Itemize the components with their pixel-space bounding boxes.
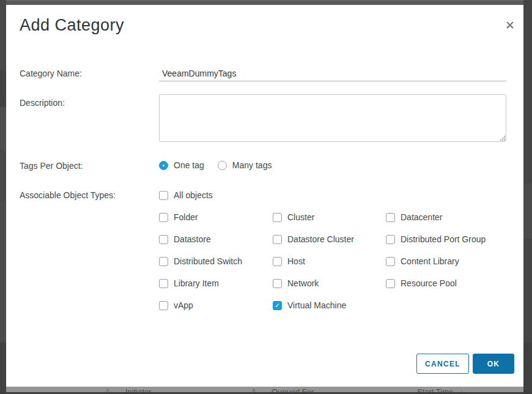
checkbox-all-objects[interactable]: All objects (159, 190, 213, 200)
background-left-edge (0, 0, 6, 394)
checkbox-label: Cluster (287, 212, 314, 222)
checkbox-label: Distributed Port Group (401, 234, 486, 244)
checkbox-datastore[interactable]: Datastore (159, 234, 273, 244)
checkbox-network[interactable]: Network (273, 278, 386, 288)
checkbox-library-item[interactable]: Library Item (159, 278, 273, 288)
description-textarea[interactable] (159, 94, 506, 142)
background-frame-top (0, 0, 532, 5)
dialog-title: Add Category (20, 16, 124, 35)
checkbox-unchecked-icon[interactable] (159, 301, 168, 310)
checkbox-checked-icon[interactable]: ✓ (273, 301, 282, 310)
radio-label: Many tags (232, 160, 272, 170)
category-name-input[interactable] (159, 66, 506, 81)
radio-circle-icon[interactable] (159, 161, 168, 170)
tags-per-object-group: One tagMany tags (159, 160, 272, 170)
checkbox-content-library[interactable]: Content Library (386, 256, 508, 266)
category-name-label: Category Name: (20, 69, 82, 78)
checkbox-label: Datastore Cluster (287, 234, 354, 244)
background-segment (523, 184, 532, 239)
all-objects-row: All objects (159, 190, 213, 200)
checkbox-datastore-cluster[interactable]: Datastore Cluster (273, 234, 386, 244)
checkbox-resource-pool[interactable]: Resource Pool (386, 278, 508, 288)
checkbox-distributed-switch[interactable]: Distributed Switch (159, 256, 273, 266)
background-right-edge (523, 0, 532, 394)
column-caret-icon: ˄ (106, 387, 109, 392)
object-types-grid: FolderClusterDatacenterDatastoreDatastor… (159, 212, 508, 322)
checkbox-label: Network (287, 278, 319, 288)
ok-button[interactable]: OK (473, 354, 514, 374)
checkbox-label: Library Item (174, 278, 219, 288)
background-segment (0, 107, 6, 150)
checkbox-virtual-machine[interactable]: ✓Virtual Machine (273, 300, 386, 310)
background-segment (0, 343, 6, 394)
checkbox-vapp[interactable]: vApp (159, 300, 273, 310)
close-icon[interactable]: ✕ (504, 20, 516, 32)
background-column-start-time: Start Time (417, 387, 453, 392)
checkbox-unchecked-icon[interactable] (273, 257, 282, 266)
checkbox-label: Host (287, 256, 305, 266)
checkbox-unchecked-icon[interactable] (159, 213, 168, 222)
checkbox-unchecked-icon[interactable] (159, 257, 168, 266)
checkbox-label: Folder (174, 212, 198, 222)
checkbox-unchecked-icon[interactable] (386, 235, 395, 244)
checkbox-unchecked-icon[interactable] (386, 257, 395, 266)
checkbox-unchecked-icon[interactable] (273, 279, 282, 288)
checkbox-label: Virtual Machine (287, 300, 346, 310)
background-segment (523, 343, 532, 394)
add-category-dialog: Add Category ✕ Category Name: Descriptio… (6, 5, 523, 387)
checkbox-unchecked-icon[interactable] (273, 235, 282, 244)
checkbox-label: Datacenter (401, 212, 442, 222)
checkbox-unchecked-icon[interactable] (273, 213, 282, 222)
sort-descending-icon: ↓ (460, 387, 464, 392)
cancel-button[interactable]: CANCEL (416, 354, 469, 374)
checkbox-label: All objects (174, 190, 213, 200)
checkbox-unchecked-icon[interactable] (386, 279, 395, 288)
checkbox-unchecked-icon[interactable] (159, 191, 168, 200)
tags-per-object-label: Tags Per Object: (20, 161, 83, 171)
checkbox-unchecked-icon[interactable] (159, 279, 168, 288)
background-table-header-strip: ˄ Initiator ˄ Queued For Start Time ↓ (6, 387, 523, 392)
column-caret-icon: ˄ (252, 387, 256, 392)
background-column-initiator: Initiator (125, 387, 152, 392)
description-label: Description: (20, 98, 65, 108)
checkbox-label: Datastore (174, 234, 211, 244)
radio-circle-icon[interactable] (218, 161, 227, 170)
checkbox-label: vApp (174, 300, 193, 310)
checkbox-host[interactable]: Host (273, 256, 386, 266)
checkbox-label: Content Library (401, 256, 459, 266)
associable-object-types-label: Associable Object Types: (20, 190, 116, 200)
background-segment (0, 70, 6, 107)
checkbox-datacenter[interactable]: Datacenter (386, 212, 508, 222)
checkbox-folder[interactable]: Folder (159, 212, 273, 222)
checkbox-cluster[interactable]: Cluster (273, 212, 386, 222)
checkbox-unchecked-icon[interactable] (386, 213, 395, 222)
background-column-queued-for: Queued For (272, 387, 314, 392)
radio-label: One tag (174, 160, 204, 170)
background-segment (0, 202, 6, 343)
checkbox-label: Resource Pool (401, 278, 457, 288)
checkbox-label: Distributed Switch (174, 256, 242, 266)
radio-many-tags[interactable]: Many tags (218, 160, 272, 170)
radio-one-tag[interactable]: One tag (159, 160, 204, 170)
checkbox-distributed-port-group[interactable]: Distributed Port Group (386, 234, 508, 244)
checkbox-unchecked-icon[interactable] (159, 235, 168, 244)
